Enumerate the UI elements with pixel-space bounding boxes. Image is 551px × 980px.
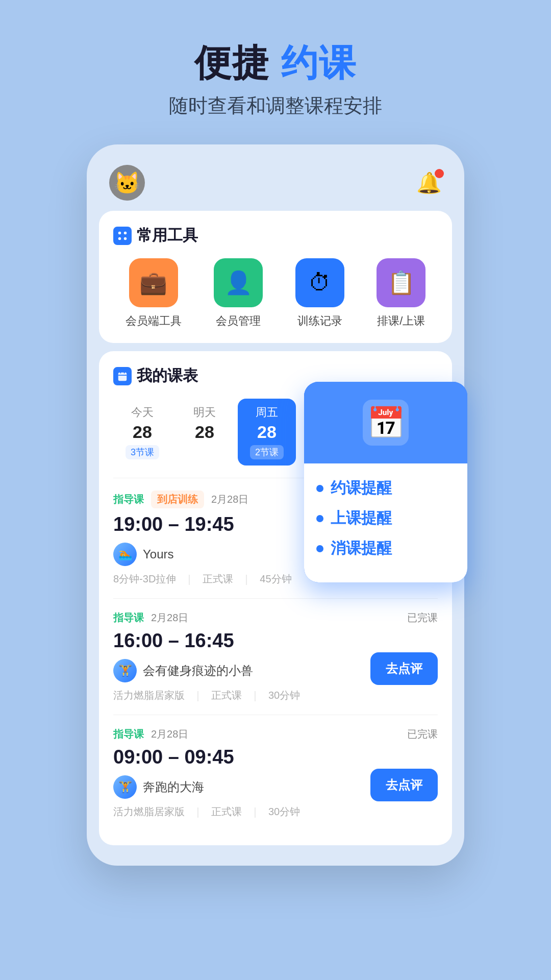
tools-title: 常用工具 [137,225,198,246]
schedule-icon [113,367,132,385]
notification-bell[interactable]: 🔔 [416,171,442,195]
day-lessons-0: 3节课 [126,445,159,459]
trainer-avatar-2: 🏋 [113,775,137,799]
completed-label-1: 已完课 [407,611,438,625]
reminder-card-top: 📅 [304,382,467,463]
svg-point-1 [124,232,127,235]
class-card-1: 指导课 2月28日 已完课 16:00 – 16:45 🏋 会有健身痕迹的小兽 … [113,598,438,715]
tool-item-2[interactable]: ⏱ 训练记录 [295,258,344,329]
class-tag-2: 指导课 [113,727,144,741]
schedule-title: 我的课表 [137,365,198,386]
svg-point-0 [118,232,121,235]
trainer-avatar-1: 🏋 [113,659,137,682]
class-date-2: 2月28日 [151,727,188,741]
reminder-text-2: 消课提醒 [331,538,392,559]
reminder-card-body: 约课提醒 上课提醒 消课提醒 [304,463,467,582]
reminder-dot-1 [316,515,323,522]
class-details-2: 活力燃脂居家版｜正式课｜30分钟 [113,805,370,819]
tools-icon [113,227,132,245]
day-tab-今天[interactable]: 今天 28 3节课 [113,399,171,465]
class-tag-0: 指导课 [113,493,144,506]
class-trainer-1: 🏋 会有健身痕迹的小兽 [113,659,370,682]
trainer-name-0: Yours [143,547,174,561]
tool-label-3: 排课/上课 [377,313,425,329]
svg-rect-4 [118,373,127,381]
class-time-2: 09:00 – 09:45 [113,746,370,768]
notification-badge [435,169,444,178]
day-number-2: 28 [257,422,277,442]
tool-icon-1: 👤 [214,258,263,307]
day-name-2: 周五 [256,405,278,420]
tool-label-0: 会员端工具 [126,313,182,329]
trainer-name-1: 会有健身痕迹的小兽 [143,663,253,679]
main-title: 便捷 约课 [169,41,382,85]
reminder-text-1: 上课提醒 [331,508,392,529]
tool-label-2: 训练记录 [297,313,342,329]
svg-point-3 [124,237,127,240]
day-tab-明天[interactable]: 明天 28 [177,399,233,465]
tools-grid: 💼 会员端工具 👤 会员管理 ⏱ 训练记录 📋 排课/上课 [113,258,438,329]
reminder-item-0: 约课提醒 [316,478,455,499]
completed-label-2: 已完课 [407,727,438,741]
review-button-1[interactable]: 去点评 [370,652,438,685]
tool-label-1: 会员管理 [216,313,261,329]
day-name-1: 明天 [193,405,216,420]
tool-icon-2: ⏱ [295,258,344,307]
reminder-calendar-icon: 📅 [363,400,409,446]
schedule-section: 我的课表 今天 28 3节课 明天 28 周五 28 2节课 周六 28 6 指… [99,351,452,845]
reminder-text-0: 约课提醒 [331,478,392,499]
day-number-1: 28 [195,422,214,442]
tool-item-3[interactable]: 📋 排课/上课 [377,258,425,329]
tool-icon-0: 💼 [129,258,178,307]
avatar[interactable]: 🐱 [109,165,145,201]
tool-item-0[interactable]: 💼 会员端工具 [126,258,182,329]
header-subtitle: 随时查看和调整课程安排 [169,93,382,119]
phone-mockup: 🐱 🔔 常用工具 💼 会员端工具 👤 会员管理 ⏱ 训练记录 [87,144,464,866]
day-lessons-2: 2节课 [250,445,284,459]
svg-point-2 [118,237,121,240]
reminder-card: 📅 约课提醒 上课提醒 消课提醒 [304,382,467,582]
title-black: 便捷 [194,42,270,83]
phone-topbar: 🐱 🔔 [99,160,452,211]
class-date-0: 2月28日 [211,493,248,506]
day-name-0: 今天 [131,405,154,420]
class-card-2: 指导课 2月28日 已完课 09:00 – 09:45 🏋 奔跑的大海 活力燃脂… [113,715,438,831]
day-number-0: 28 [133,422,152,442]
class-details-1: 活力燃脂居家版｜正式课｜30分钟 [113,689,370,702]
reminder-item-2: 消课提醒 [316,538,455,559]
reminder-item-1: 上课提醒 [316,508,455,529]
trainer-avatar-0: 🏊 [113,543,137,566]
class-time-1: 16:00 – 16:45 [113,630,370,652]
tool-item-1[interactable]: 👤 会员管理 [214,258,263,329]
day-tab-周五[interactable]: 周五 28 2节课 [238,399,296,465]
review-button-2[interactable]: 去点评 [370,769,438,801]
tool-icon-3: 📋 [377,258,425,307]
class-date-1: 2月28日 [151,611,188,625]
class-sub-tag-0: 到店训练 [151,491,204,508]
tools-header: 常用工具 [113,225,438,246]
title-blue: 约课 [281,42,357,83]
class-trainer-2: 🏋 奔跑的大海 [113,775,370,799]
reminder-dot-0 [316,485,323,492]
trainer-name-2: 奔跑的大海 [143,779,204,795]
class-card-header-1: 指导课 2月28日 已完课 [113,611,438,625]
tools-card: 常用工具 💼 会员端工具 👤 会员管理 ⏱ 训练记录 📋 排课/上课 [99,211,452,343]
class-tag-1: 指导课 [113,611,144,625]
class-card-header-2: 指导课 2月28日 已完课 [113,727,438,741]
header-section: 便捷 约课 随时查看和调整课程安排 [169,41,382,119]
reminder-dot-2 [316,545,323,552]
